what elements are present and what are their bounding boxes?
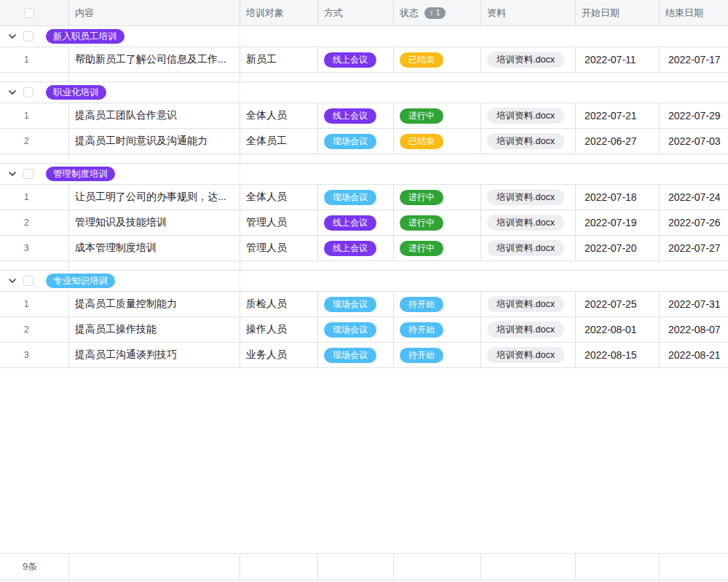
attachment-chip[interactable]: 培训资料.docx (487, 296, 564, 312)
cell-training-target[interactable]: 业务人员 (240, 343, 318, 367)
cell-training-target[interactable]: 全体人员 (240, 185, 318, 210)
group-header-management-system[interactable]: 管理制度培训 (0, 164, 728, 185)
cell-material[interactable]: 培训资料.docx (481, 129, 576, 154)
table-row[interactable]: 3 提高员工沟通谈判技巧 业务人员 现场会议 待开始 培训资料.docx 202… (0, 343, 728, 368)
cell-material[interactable]: 培训资料.docx (481, 185, 576, 210)
cell-method[interactable]: 现场会议 (318, 292, 394, 316)
cell-material[interactable]: 培训资料.docx (481, 317, 576, 342)
table-row[interactable]: 1 让员工明了公司的办事规则，达... 全体人员 现场会议 进行中 培训资料.d… (0, 185, 728, 210)
group-header-professionalism[interactable]: 职业化培训 (0, 82, 728, 103)
chevron-down-icon[interactable] (8, 276, 17, 285)
cell-training-target[interactable]: 管理人员 (240, 236, 318, 260)
cell-method[interactable]: 线上会议 (318, 236, 394, 260)
cell-content[interactable]: 提高员工团队合作意识 (69, 103, 240, 128)
cell-start-date[interactable]: 2022-08-01 (576, 317, 660, 342)
cell-status[interactable]: 进行中 (394, 210, 481, 235)
table-row[interactable]: 2 管理知识及技能培训 管理人员 线上会议 进行中 培训资料.docx 2022… (0, 210, 728, 236)
cell-training-target[interactable]: 全体人员 (240, 103, 318, 128)
chevron-down-icon[interactable] (8, 88, 17, 97)
table-row[interactable]: 2 提高员工时间意识及沟通能力 全体员工 现场会议 已结束 培训资料.docx … (0, 129, 728, 154)
attachment-chip[interactable]: 培训资料.docx (487, 189, 564, 205)
cell-end-date[interactable]: 2022-07-17 (660, 47, 728, 72)
cell-method[interactable]: 现场会议 (318, 185, 394, 210)
cell-content[interactable]: 让员工明了公司的办事规则，达... (69, 185, 240, 210)
group-header-professional-knowledge[interactable]: 专业知识培训 (0, 271, 728, 292)
table-row[interactable]: 2 提高员工操作技能 操作人员 现场会议 待开始 培训资料.docx 2022-… (0, 317, 728, 343)
cell-start-date[interactable]: 2022-07-11 (576, 47, 660, 72)
select-all-cell[interactable] (0, 0, 69, 25)
group-checkbox[interactable] (23, 31, 33, 41)
cell-start-date[interactable]: 2022-07-20 (576, 236, 660, 260)
cell-method[interactable]: 现场会议 (318, 343, 394, 367)
cell-material[interactable]: 培训资料.docx (481, 210, 576, 235)
cell-method[interactable]: 现场会议 (318, 129, 394, 154)
attachment-chip[interactable]: 培训资料.docx (487, 133, 564, 149)
cell-content[interactable]: 成本管理制度培训 (69, 236, 240, 260)
cell-status[interactable]: 待开始 (394, 343, 481, 367)
column-header-content[interactable]: 内容 (69, 0, 240, 25)
cell-start-date[interactable]: 2022-07-25 (576, 292, 660, 316)
table-row[interactable]: 1 提高员工团队合作意识 全体人员 线上会议 进行中 培训资料.docx 202… (0, 103, 728, 129)
cell-status[interactable]: 已结束 (394, 129, 481, 154)
column-header-material[interactable]: 资料 (481, 0, 576, 25)
column-header-status[interactable]: 状态 ↑ 1 (394, 0, 481, 25)
group-header-new-employee[interactable]: 新入职员工培训 (0, 26, 728, 47)
cell-training-target[interactable]: 全体员工 (240, 129, 318, 154)
cell-content[interactable]: 提高员工质量控制能力 (69, 292, 240, 316)
table-row[interactable]: 3 成本管理制度培训 管理人员 线上会议 进行中 培训资料.docx 2022-… (0, 236, 728, 261)
column-header-end-date[interactable]: 结束日期 (660, 0, 728, 25)
cell-start-date[interactable]: 2022-07-19 (576, 210, 660, 235)
cell-end-date[interactable]: 2022-07-24 (660, 185, 728, 210)
attachment-chip[interactable]: 培训资料.docx (487, 52, 564, 68)
cell-content[interactable]: 提高员工时间意识及沟通能力 (69, 129, 240, 154)
table-row[interactable]: 1 提高员工质量控制能力 质检人员 现场会议 待开始 培训资料.docx 202… (0, 292, 728, 317)
table-row[interactable]: 1 帮助新员工了解公司信息及工作... 新员工 线上会议 已结束 培训资料.do… (0, 47, 728, 73)
group-checkbox[interactable] (23, 87, 33, 97)
cell-start-date[interactable]: 2022-07-18 (576, 185, 660, 210)
cell-status[interactable]: 待开始 (394, 292, 481, 316)
cell-content[interactable]: 提高员工操作技能 (69, 317, 240, 342)
cell-method[interactable]: 线上会议 (318, 103, 394, 128)
cell-method[interactable]: 现场会议 (318, 317, 394, 342)
cell-end-date[interactable]: 2022-08-21 (660, 343, 728, 367)
column-header-start-date[interactable]: 开始日期 (576, 0, 660, 25)
attachment-chip[interactable]: 培训资料.docx (487, 240, 564, 256)
cell-end-date[interactable]: 2022-08-07 (660, 317, 728, 342)
cell-status[interactable]: 进行中 (394, 103, 481, 128)
cell-training-target[interactable]: 质检人员 (240, 292, 318, 316)
cell-material[interactable]: 培训资料.docx (481, 292, 576, 316)
cell-material[interactable]: 培训资料.docx (481, 343, 576, 367)
cell-status[interactable]: 已结束 (394, 47, 481, 72)
cell-start-date[interactable]: 2022-07-21 (576, 103, 660, 128)
cell-end-date[interactable]: 2022-07-29 (660, 103, 728, 128)
attachment-chip[interactable]: 培训资料.docx (487, 215, 564, 231)
cell-method[interactable]: 线上会议 (318, 210, 394, 235)
cell-status[interactable]: 进行中 (394, 185, 481, 210)
attachment-chip[interactable]: 培训资料.docx (487, 347, 564, 363)
sort-badge[interactable]: ↑ 1 (424, 7, 446, 19)
select-all-checkbox[interactable] (24, 8, 34, 18)
cell-start-date[interactable]: 2022-08-15 (576, 343, 660, 367)
group-checkbox[interactable] (23, 276, 33, 286)
cell-end-date[interactable]: 2022-07-27 (660, 236, 728, 260)
cell-training-target[interactable]: 操作人员 (240, 317, 318, 342)
column-header-method[interactable]: 方式 (318, 0, 394, 25)
attachment-chip[interactable]: 培训资料.docx (487, 322, 564, 338)
cell-material[interactable]: 培训资料.docx (481, 236, 576, 260)
cell-status[interactable]: 待开始 (394, 317, 481, 342)
cell-content[interactable]: 管理知识及技能培训 (69, 210, 240, 235)
cell-method[interactable]: 线上会议 (318, 47, 394, 72)
cell-end-date[interactable]: 2022-07-26 (660, 210, 728, 235)
cell-content[interactable]: 提高员工沟通谈判技巧 (69, 343, 240, 367)
cell-start-date[interactable]: 2022-06-27 (576, 129, 660, 154)
cell-end-date[interactable]: 2022-07-31 (660, 292, 728, 316)
attachment-chip[interactable]: 培训资料.docx (487, 108, 564, 124)
cell-training-target[interactable]: 新员工 (240, 47, 318, 72)
cell-material[interactable]: 培训资料.docx (481, 103, 576, 128)
cell-content[interactable]: 帮助新员工了解公司信息及工作... (69, 47, 240, 72)
cell-end-date[interactable]: 2022-07-03 (660, 129, 728, 154)
cell-training-target[interactable]: 管理人员 (240, 210, 318, 235)
cell-status[interactable]: 进行中 (394, 236, 481, 260)
group-checkbox[interactable] (23, 169, 33, 179)
chevron-down-icon[interactable] (8, 170, 17, 178)
